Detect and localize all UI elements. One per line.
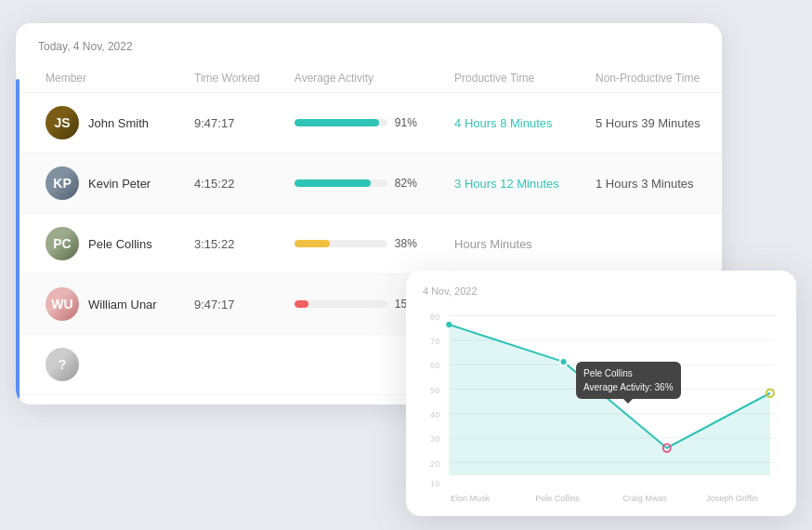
nonproductive-time-john: 5 Hours 39 Minutes: [581, 93, 722, 153]
activity-pct-pele: 38%: [395, 237, 417, 250]
left-accent: [16, 79, 20, 404]
member-name-william: William Unar: [88, 298, 157, 311]
svg-text:10: 10: [430, 479, 439, 488]
chart-x-labels: Elon Musk Pele Collins Craig Mwas Joseph…: [423, 494, 779, 503]
activity-bar-pele: [295, 240, 387, 247]
activity-pct-john: 91%: [395, 116, 417, 129]
col-non-productive-time: Non-Productive Time: [581, 64, 722, 93]
member-cell-kevin: KP Kevin Peter: [16, 153, 179, 214]
col-member: Member: [16, 64, 179, 93]
activity-fill-pele: [295, 240, 330, 247]
table-header-row: Member Time Worked Average Activity Prod…: [16, 64, 722, 93]
avatar-john: JS: [46, 106, 79, 139]
time-worked-unknown: [179, 335, 280, 395]
activity-bar-william: [295, 300, 387, 308]
activity-fill-john: [295, 119, 379, 126]
member-name-pele: Pele Collins: [88, 237, 152, 251]
avatar-william: WU: [46, 287, 79, 321]
chart-card: 4 Nov, 2022 80 70 60 50 40 30 20 10: [406, 271, 796, 516]
avatar-kevin: KP: [46, 166, 79, 200]
productive-time-john: 4 Hours 8 Minutes: [439, 93, 581, 153]
activity-bar-john: [295, 119, 387, 126]
activity-fill-william: [295, 300, 308, 308]
chart-svg: 80 70 60 50 40 30 20 10: [423, 304, 779, 490]
member-name-john: John Smith: [88, 116, 149, 130]
svg-text:70: 70: [430, 337, 439, 346]
activity-bar-kevin: [295, 179, 387, 187]
col-productive-time: Productive Time: [439, 64, 581, 93]
time-worked-pele: 3:15:22: [179, 214, 280, 274]
svg-text:50: 50: [430, 386, 439, 395]
svg-text:30: 30: [430, 434, 439, 444]
col-time-worked: Time Worked: [179, 64, 280, 93]
member-cell-pele: PC Pele Collins: [16, 214, 179, 274]
activity-cell-john: 91%: [280, 93, 439, 153]
chart-area: 80 70 60 50 40 30 20 10: [423, 304, 779, 490]
member-cell-william: WU William Unar: [16, 274, 179, 335]
table-row: JS John Smith 9:47:17 91% 4 Hours 8 Minu…: [16, 93, 722, 153]
svg-text:20: 20: [430, 459, 439, 469]
activity-cell-kevin: 82%: [280, 153, 439, 214]
table-row: KP Kevin Peter 4:15:22 82% 3 Hours 12 Mi…: [16, 153, 722, 214]
time-worked-john: 9:47:17: [179, 93, 280, 153]
avatar-pele: PC: [46, 227, 79, 260]
chart-label-1: Elon Musk: [426, 494, 514, 503]
activity-pct-kevin: 82%: [395, 177, 417, 190]
chart-point-1: [446, 322, 452, 327]
chart-label-3: Craig Mwas: [601, 494, 688, 503]
avatar-unknown: ?: [46, 348, 79, 381]
time-worked-kevin: 4:15:22: [179, 153, 280, 214]
chart-point-2: [560, 358, 568, 365]
member-cell-john: JS John Smith: [16, 93, 179, 153]
svg-text:60: 60: [430, 361, 439, 370]
svg-text:40: 40: [430, 410, 439, 419]
activity-fill-kevin: [295, 179, 371, 187]
activity-cell-pele: 38%: [280, 214, 439, 274]
chart-point-4: [766, 390, 774, 397]
productive-time-kevin: 3 Hours 12 Minutes: [439, 153, 581, 214]
date-label: Today, 4 Nov, 2022: [16, 40, 722, 64]
col-average-activity: Average Activity: [280, 64, 439, 93]
svg-text:80: 80: [430, 312, 439, 322]
chart-label-4: Joseph Griffin: [688, 494, 776, 503]
time-worked-william: 9:47:17: [179, 274, 280, 335]
nonproductive-time-pele: [581, 214, 722, 274]
nonproductive-time-kevin: 1 Hours 3 Minutes: [581, 153, 722, 214]
member-cell-unknown: ?: [16, 335, 179, 395]
chart-date-label: 4 Nov, 2022: [423, 285, 779, 297]
table-row: PC Pele Collins 3:15:22 38% Hours Minute…: [16, 214, 722, 274]
member-name-kevin: Kevin Peter: [88, 177, 151, 191]
chart-label-2: Pele Collins: [514, 494, 601, 503]
productive-time-pele: Hours Minutes: [439, 214, 581, 274]
